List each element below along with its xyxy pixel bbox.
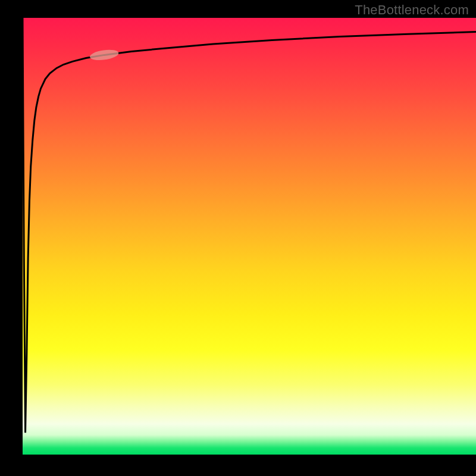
curve-layer (23, 18, 476, 455)
attribution-text: TheBottleneck.com (355, 2, 469, 18)
chart-canvas: TheBottleneck.com (0, 0, 476, 476)
plot-area (23, 18, 476, 455)
highlight-marker (89, 48, 120, 62)
svg-point-0 (89, 48, 120, 62)
bottleneck-curve (23, 18, 476, 433)
